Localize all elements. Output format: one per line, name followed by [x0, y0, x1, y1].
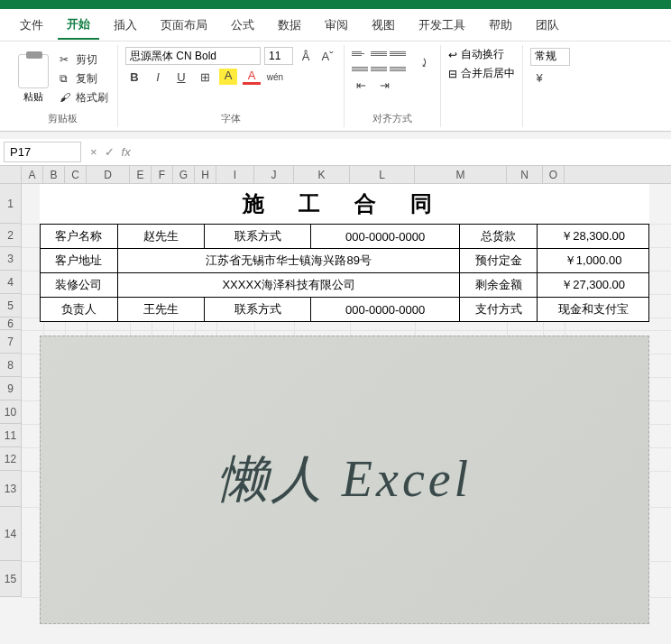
col-header[interactable]: B [43, 166, 65, 183]
row-header[interactable]: 1 [0, 184, 22, 224]
menu-review[interactable]: 审阅 [316, 12, 357, 39]
menu-help[interactable]: 帮助 [480, 12, 521, 39]
cell-label[interactable]: 客户名称 [41, 225, 118, 249]
menu-data[interactable]: 数据 [269, 12, 310, 39]
cell-value[interactable]: 江苏省无锡市华士镇海兴路89号 [117, 249, 459, 273]
cancel-formula-button[interactable]: × [90, 145, 97, 159]
row-header[interactable]: 6 [0, 317, 22, 330]
cell-value[interactable]: 000-0000-0000 [310, 298, 460, 322]
col-header[interactable]: E [130, 166, 152, 183]
italic-button[interactable]: I [149, 70, 167, 84]
row-header[interactable]: 11 [0, 424, 22, 447]
cells-area[interactable]: 施 工 合 同 客户名称 赵先生 联系方式 000-0000-0000 总货款 … [22, 184, 671, 597]
increase-font-button[interactable]: Â [297, 50, 315, 63]
cell-label[interactable]: 支付方式 [460, 298, 538, 322]
cell-label[interactable]: 装修公司 [41, 273, 118, 298]
col-header[interactable]: L [350, 166, 415, 183]
col-header[interactable]: O [543, 166, 565, 183]
cell-value[interactable]: 000-0000-0000 [310, 225, 460, 249]
cell-value[interactable]: 王先生 [117, 298, 204, 322]
table-row: 客户名称 赵先生 联系方式 000-0000-0000 总货款 ￥28,300.… [41, 225, 649, 249]
increase-indent-button[interactable]: ⇥ [375, 78, 393, 92]
row-header[interactable]: 14 [0, 507, 22, 561]
menu-formula[interactable]: 公式 [222, 12, 263, 39]
paste-label: 粘贴 [23, 90, 43, 104]
col-header[interactable]: N [507, 166, 543, 183]
row-header[interactable]: 5 [0, 294, 22, 317]
border-button[interactable]: ⊞ [196, 70, 214, 84]
row-header[interactable]: 3 [0, 247, 22, 271]
col-header[interactable]: A [22, 166, 43, 183]
cell-value[interactable]: ￥1,000.00 [538, 249, 649, 273]
col-header[interactable]: K [294, 166, 350, 183]
cell-value[interactable]: 现金和支付宝 [538, 298, 649, 322]
cell-value[interactable]: XXXXX海泽科技有限公司 [117, 273, 459, 298]
font-name-select[interactable] [125, 47, 261, 65]
row-header[interactable]: 12 [0, 447, 22, 471]
row-header[interactable]: 15 [0, 561, 22, 597]
row-header[interactable]: 8 [0, 354, 22, 377]
wrap-icon: ↩ [448, 49, 457, 61]
align-mid-center[interactable] [371, 62, 387, 75]
align-top-right[interactable] [390, 47, 406, 60]
cell-label[interactable]: 负责人 [41, 298, 118, 322]
menu-view[interactable]: 视图 [363, 12, 404, 39]
col-header[interactable]: J [254, 166, 294, 183]
phonetic-button[interactable]: wén [266, 72, 284, 82]
wrap-text-button[interactable]: ↩ 自动换行 [448, 47, 515, 62]
brush-icon: 🖌 [60, 91, 72, 104]
number-format-select[interactable] [530, 48, 570, 66]
col-header[interactable]: F [152, 166, 173, 183]
currency-button[interactable]: ¥ [530, 71, 548, 85]
cell-label[interactable]: 客户地址 [41, 249, 118, 273]
col-header[interactable]: C [65, 166, 87, 183]
font-size-select[interactable] [264, 47, 293, 65]
menu-home[interactable]: 开始 [58, 11, 99, 40]
row-header[interactable]: 9 [0, 377, 22, 400]
align-mid-right[interactable] [390, 62, 406, 75]
decrease-indent-button[interactable]: ⇤ [352, 78, 370, 92]
cell-label[interactable]: 总货款 [460, 225, 538, 249]
row-header[interactable]: 13 [0, 471, 22, 507]
font-color-button[interactable]: A [243, 69, 261, 85]
col-header[interactable]: D [87, 166, 130, 183]
row-header[interactable]: 2 [0, 224, 22, 247]
cut-button[interactable]: ✂ 剪切 [58, 51, 110, 69]
align-top-center[interactable] [371, 47, 387, 60]
align-top-left[interactable] [352, 47, 368, 60]
cell-value[interactable]: 赵先生 [117, 225, 204, 249]
row-header[interactable]: 10 [0, 400, 22, 424]
menu-dev[interactable]: 开发工具 [409, 12, 474, 39]
col-header[interactable]: G [173, 166, 195, 183]
row-header[interactable]: 7 [0, 330, 22, 354]
cell-value[interactable]: ￥28,300.00 [538, 225, 649, 249]
merge-center-button[interactable]: ⊟ 合并后居中 [448, 66, 515, 81]
align-mid-left[interactable] [352, 62, 368, 75]
cell-value[interactable]: ￥27,300.00 [538, 273, 649, 298]
cell-label[interactable]: 联系方式 [205, 225, 310, 249]
name-box[interactable] [4, 142, 81, 162]
fx-icon[interactable]: fx [122, 145, 131, 159]
col-header[interactable]: H [195, 166, 216, 183]
fill-color-button[interactable]: A [219, 69, 237, 85]
menu-team[interactable]: 团队 [527, 12, 568, 39]
underline-button[interactable]: U [172, 70, 190, 84]
format-painter-button[interactable]: 🖌 格式刷 [58, 89, 110, 106]
cell-label[interactable]: 剩余金额 [460, 273, 538, 298]
row-header[interactable]: 4 [0, 271, 22, 294]
cell-label[interactable]: 预付定金 [460, 249, 538, 273]
orientation-button[interactable]: ⤸ [415, 56, 433, 69]
menu-layout[interactable]: 页面布局 [152, 12, 216, 39]
bold-button[interactable]: B [125, 70, 143, 84]
font-group-label: 字体 [125, 110, 336, 125]
accept-formula-button[interactable]: ✓ [105, 145, 115, 159]
menu-insert[interactable]: 插入 [105, 12, 146, 39]
decrease-font-button[interactable]: Aˇ [318, 50, 336, 63]
copy-button[interactable]: ⧉ 复制 [58, 70, 110, 87]
cell-label[interactable]: 联系方式 [205, 298, 310, 322]
col-header[interactable]: M [415, 166, 507, 183]
paste-button[interactable]: 粘贴 [14, 47, 52, 110]
col-header[interactable]: I [216, 166, 254, 183]
select-all-corner[interactable] [0, 166, 22, 183]
menu-file[interactable]: 文件 [11, 12, 52, 39]
